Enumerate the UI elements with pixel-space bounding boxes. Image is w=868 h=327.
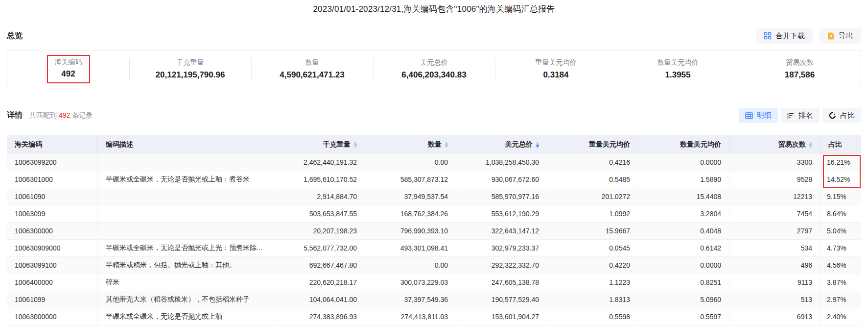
- stat-trade-count: 贸易次数 187,586: [739, 50, 861, 88]
- merge-download-icon: [764, 32, 772, 40]
- stat-usd-per-weight: 重量美元均价 0.3184: [495, 50, 617, 88]
- table-cell: [98, 188, 274, 205]
- header-cell-2[interactable]: 千克重量▲▼: [274, 135, 365, 154]
- table-cell: 1,695,610,170.52: [274, 171, 365, 188]
- view-button-detail[interactable]: 明细: [739, 108, 778, 123]
- table-cell: 930,067,672.60: [456, 171, 547, 188]
- table-cell: 4.56%: [821, 257, 861, 274]
- table-cell: 9.15%: [821, 188, 861, 205]
- header-cell-label: 重量美元均价: [589, 140, 630, 149]
- table-cell: 8.64%: [821, 205, 861, 222]
- pie-chart-icon: [829, 112, 836, 119]
- match-prefix: 共匹配到: [29, 111, 57, 119]
- details-section-bar: 详情 共匹配到 492 条记录 明细 排名: [0, 108, 868, 123]
- header-cell-label: 数量美元均价: [680, 140, 721, 149]
- table-cell: [98, 154, 274, 171]
- table-cell: 15.4408: [638, 188, 729, 205]
- table-cell: 1.8313: [547, 291, 638, 308]
- header-cell-1: 编码描述: [98, 135, 274, 154]
- header-cell-label: 美元总价: [505, 140, 533, 149]
- table-cell: 1.5890: [638, 171, 729, 188]
- view-button-label: 排名: [798, 111, 813, 120]
- table-cell: 0.0000: [638, 257, 729, 274]
- overview-card: 海关编码 492 千克重量 20,121,195,790.96 数量 4,590…: [7, 50, 861, 88]
- table-cell: 190,577,529.40: [456, 291, 547, 308]
- table-cell: 322,643,147.12: [456, 223, 547, 239]
- table-cell: 半精米或精米，包括。抛光或上釉：其他。: [98, 257, 274, 274]
- table-cell: 220,620,218.17: [274, 274, 365, 291]
- table-cell: 10063099200: [7, 154, 98, 171]
- table-cell: 796,990,393.10: [365, 223, 456, 239]
- table-cell: [98, 205, 274, 222]
- table-cell: 15.9667: [547, 223, 638, 239]
- table-cell: 100630909000: [7, 240, 98, 256]
- table-cell: 0.00: [365, 154, 456, 171]
- header-cell-label: 海关编码: [15, 140, 42, 149]
- overview-heading: 总览: [7, 31, 23, 41]
- table-cell: 292,322,332.70: [456, 257, 547, 274]
- table-cell: 302,979,233.37: [456, 240, 547, 256]
- merge-download-button[interactable]: 合并下载: [756, 28, 813, 44]
- table-cell: 碎米: [98, 274, 274, 291]
- view-button-rank[interactable]: 排名: [781, 108, 820, 123]
- table-cell: 274,383,896.93: [274, 308, 365, 325]
- table-cell: 153,601,904.27: [456, 308, 547, 325]
- table-cell: 3.87%: [821, 274, 861, 291]
- table-row: 100630000020,207,198.23796,990,393.10322…: [7, 223, 861, 240]
- table-header-row: 海关编码编码描述千克重量▲▼数量▲▼美元总价▲▼重量美元均价数量美元均价贸易次数…: [7, 135, 861, 154]
- table-cell: 2.40%: [821, 308, 861, 325]
- table-row: 100630909000半碾米或全碾米，无论是否抛光或上光：预煮米除...5,5…: [7, 240, 861, 257]
- header-cell-4[interactable]: 美元总价▲▼: [456, 135, 547, 154]
- stat-value: 492: [61, 69, 75, 79]
- table-cell: 20,207,198.23: [274, 223, 365, 239]
- export-icon: [827, 32, 835, 40]
- header-cell-5: 重量美元均价: [547, 135, 638, 154]
- page-title: 2023/01/01-2023/12/31,海关编码包含"1006"的海关编码汇…: [0, 0, 868, 15]
- stat-value: 1.3955: [665, 70, 691, 80]
- table-cell: 37,949,537.54: [365, 188, 456, 205]
- table-row: 1006301000半碾米或全碾米，无论是否抛光或上釉：煮谷米1,695,610…: [7, 171, 861, 188]
- table-cell: 1.1223: [547, 274, 638, 291]
- sort-carets-icon[interactable]: ▲▼: [536, 142, 539, 148]
- rank-bars-icon: [787, 112, 795, 119]
- table-cell: 493,301,098.41: [365, 240, 456, 256]
- table-cell: 0.5598: [547, 308, 638, 325]
- stat-quantity: 数量 4,590,621,471.23: [251, 50, 373, 88]
- table-row: 10061099其他带壳大米（稻谷或糙米），不包括稻米种子104,064,041…: [7, 291, 861, 308]
- table-cell: 12213: [729, 188, 821, 205]
- header-cell-label: 编码描述: [106, 140, 133, 149]
- table-cell: 513: [729, 291, 821, 308]
- table-cell: 16.21%: [821, 154, 861, 171]
- stat-value: 20,121,195,790.96: [156, 70, 225, 80]
- export-button[interactable]: 导出: [820, 28, 861, 44]
- table-cell: 7454: [729, 205, 821, 222]
- stat-value: 6,406,203,340.83: [401, 70, 466, 80]
- header-cell-3[interactable]: 数量▲▼: [365, 135, 456, 154]
- sort-carets-icon[interactable]: ▲▼: [354, 142, 357, 148]
- stat-value: 4,590,621,471.23: [280, 70, 344, 80]
- table-cell: 9528: [729, 171, 821, 188]
- stat-usd-total: 美元总价 6,406,203,340.83: [373, 50, 495, 88]
- table-cell: 0.00: [365, 257, 456, 274]
- table-cell: 692,667,467.80: [274, 257, 365, 274]
- table-cell: 半碾米或全碾米，无论是否抛光或上釉：煮谷米: [98, 171, 274, 188]
- table-cell: 496: [729, 257, 821, 274]
- table-cell: 半碾米或全碾米，无论是否抛光或上光：预煮米除...: [98, 240, 274, 256]
- sort-carets-icon[interactable]: ▲▼: [445, 142, 448, 148]
- table-cell: 553,612,190.29: [456, 205, 547, 222]
- header-cell-label: 数量: [428, 140, 442, 149]
- table-cell: 37,397,549.36: [365, 291, 456, 308]
- table-cell: 0.4220: [547, 257, 638, 274]
- table-cell: 半碾米或全碾米，无论是否抛光或上釉: [98, 308, 274, 325]
- table-cell: 247,605,138.78: [456, 274, 547, 291]
- table-cell: 2,914,884.70: [274, 188, 365, 205]
- stat-label: 贸易次数: [786, 58, 814, 67]
- table-row: 10063099503,653,847.55168,762,384.26553,…: [7, 205, 861, 223]
- table-cell: 10063099: [7, 205, 98, 222]
- sort-carets-icon[interactable]: ▲▼: [809, 142, 812, 148]
- table-cell: 1006300000: [7, 223, 98, 239]
- view-button-share[interactable]: 占比: [822, 108, 861, 123]
- details-heading: 详情: [7, 110, 23, 121]
- header-cell-7[interactable]: 贸易次数▲▼: [729, 135, 821, 154]
- detail-table-icon: [745, 112, 753, 119]
